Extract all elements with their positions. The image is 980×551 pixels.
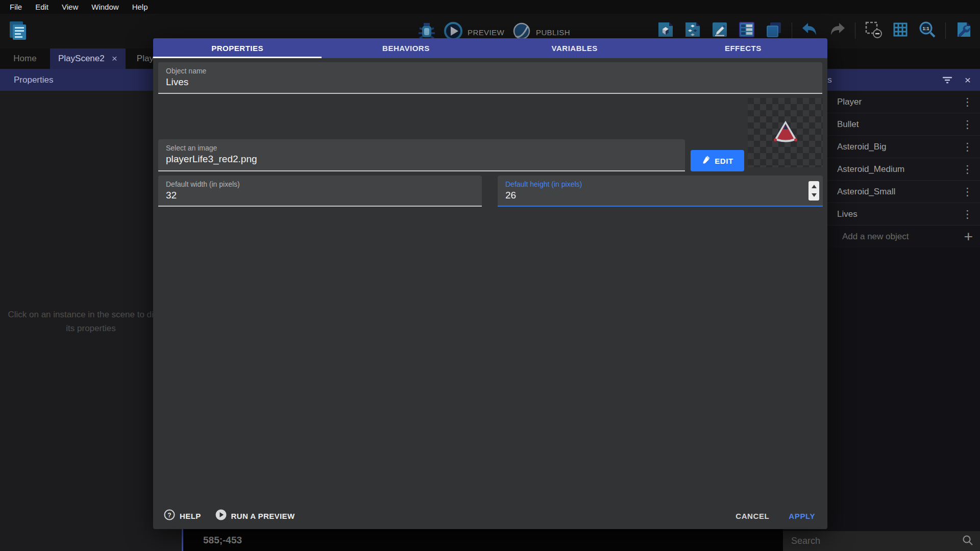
sprite-preview[interactable] (748, 98, 823, 167)
object-name-field[interactable]: Object name Lives (158, 62, 822, 94)
menu-bar: File Edit View Window Help (0, 0, 980, 14)
selection-mask-icon (865, 21, 882, 40)
run-preview-button[interactable]: RUN A PREVIEW (215, 509, 295, 522)
project-manager-button[interactable] (6, 19, 30, 42)
objects-search-bar (783, 531, 980, 551)
toolbar-separator (855, 22, 855, 39)
dialog-confirm-actions: CANCEL APPLY (736, 512, 815, 520)
edit-scene-button[interactable] (710, 21, 729, 40)
stepper-up-icon[interactable] (812, 185, 817, 188)
layers-button[interactable] (765, 21, 783, 40)
undo-button[interactable] (801, 21, 819, 40)
object-menu-icon[interactable]: ⋮ (962, 163, 973, 176)
gdevelop-app: File Edit View Window Help (0, 0, 980, 551)
tab-home[interactable]: Home (0, 48, 50, 69)
toolbar-separator (792, 22, 792, 39)
instances-list-button[interactable] (683, 21, 702, 40)
image-select-label: Select an image (166, 144, 217, 152)
toolbar-separator (945, 22, 946, 39)
edit-image-button[interactable]: EDIT (691, 150, 744, 171)
help-icon: ? (164, 509, 175, 522)
play-circle-icon (215, 509, 227, 522)
active-tab-indicator (153, 57, 322, 58)
svg-text:?: ? (167, 512, 171, 519)
default-height-label: Default height (in pixels) (505, 180, 582, 188)
zoom-original-button[interactable]: 1:1 (918, 21, 937, 40)
dialog-tab-variables[interactable]: VARIABLES (491, 38, 659, 58)
image-select-value: playerLife3_red2.png (166, 154, 257, 165)
preview-label: PREVIEW (468, 28, 504, 37)
object-menu-icon[interactable]: ⋮ (962, 118, 973, 131)
zoom-1-1-icon: 1:1 (919, 21, 936, 40)
menu-help[interactable]: Help (127, 0, 154, 14)
help-label: HELP (180, 512, 201, 520)
redo-arrow-icon (828, 22, 846, 39)
svg-text:1:1: 1:1 (922, 26, 929, 31)
object-properties-dialog: PROPERTIES BEHAVIORS VARIABLES EFFECTS O… (153, 38, 827, 529)
tab-playscene2[interactable]: PlayScene2 × (50, 48, 126, 69)
dialog-tab-behaviors[interactable]: BEHAVIORS (322, 38, 490, 58)
events-editor-button[interactable] (738, 21, 756, 40)
plus-icon: + (964, 228, 973, 245)
default-width-value: 32 (166, 190, 177, 201)
stepper-down-icon[interactable] (812, 193, 817, 197)
default-height-field[interactable]: Default height (in pixels) 26 (498, 176, 823, 207)
pencil-icon (711, 21, 728, 40)
menu-window[interactable]: Window (86, 0, 124, 14)
default-width-field[interactable]: Default width (in pixels) 32 (158, 176, 482, 207)
object-name-value: Lives (166, 77, 188, 88)
edit-button-label: EDIT (715, 157, 733, 165)
redo-button[interactable] (828, 21, 846, 40)
object-menu-icon[interactable]: ⋮ (962, 208, 973, 220)
object-menu-icon[interactable]: ⋮ (962, 186, 973, 198)
brush-icon (701, 156, 710, 166)
tab-close-icon[interactable]: × (112, 53, 117, 64)
default-width-label: Default width (in pixels) (166, 180, 240, 188)
wrench-icon (955, 21, 972, 40)
run-preview-label: RUN A PREVIEW (231, 512, 295, 520)
grid-icon (892, 21, 909, 40)
cancel-button[interactable]: CANCEL (736, 512, 769, 520)
object-menu-icon[interactable]: ⋮ (962, 96, 973, 108)
height-stepper[interactable] (808, 181, 819, 201)
image-select-field[interactable]: Select an image playerLife3_red2.png (158, 139, 685, 171)
filter-icon[interactable] (941, 74, 953, 86)
dialog-tab-properties[interactable]: PROPERTIES (153, 38, 322, 58)
apply-button[interactable]: APPLY (789, 512, 815, 520)
dialog-tab-bar: PROPERTIES BEHAVIORS VARIABLES EFFECTS (153, 38, 827, 58)
events-list-icon (738, 21, 755, 40)
mask-toggle-button[interactable] (864, 21, 883, 40)
help-button[interactable]: ? HELP (164, 509, 201, 522)
scene-properties-button[interactable] (954, 21, 973, 40)
dialog-tab-effects[interactable]: EFFECTS (659, 38, 827, 58)
layers-icon (765, 21, 782, 40)
publish-label: PUBLISH (536, 28, 570, 37)
properties-panel-title: Properties (14, 75, 53, 85)
undo-arrow-icon (801, 22, 819, 39)
objects-search-input[interactable] (783, 536, 962, 546)
ship-sprite-icon (773, 120, 798, 145)
menu-file[interactable]: File (4, 0, 28, 14)
menu-view[interactable]: View (56, 0, 84, 14)
object-name-label: Object name (166, 67, 206, 75)
default-height-value: 26 (505, 190, 516, 201)
toolbar-right: 1:1 (656, 21, 973, 40)
objects-editor-button[interactable] (656, 21, 675, 40)
menu-edit[interactable]: Edit (30, 0, 54, 14)
object-cube-icon (657, 21, 674, 40)
dialog-actions: ? HELP RUN A PREVIEW CANCEL APPLY (153, 505, 827, 529)
grid-toggle-button[interactable] (891, 21, 910, 40)
objects-panel-close-icon[interactable]: × (962, 74, 974, 86)
cursor-coordinates: 585;-453 (203, 535, 242, 546)
project-manager-icon (6, 36, 30, 44)
object-menu-icon[interactable]: ⋮ (962, 141, 973, 153)
instances-cubes-icon (684, 21, 701, 40)
search-icon[interactable] (962, 534, 974, 548)
